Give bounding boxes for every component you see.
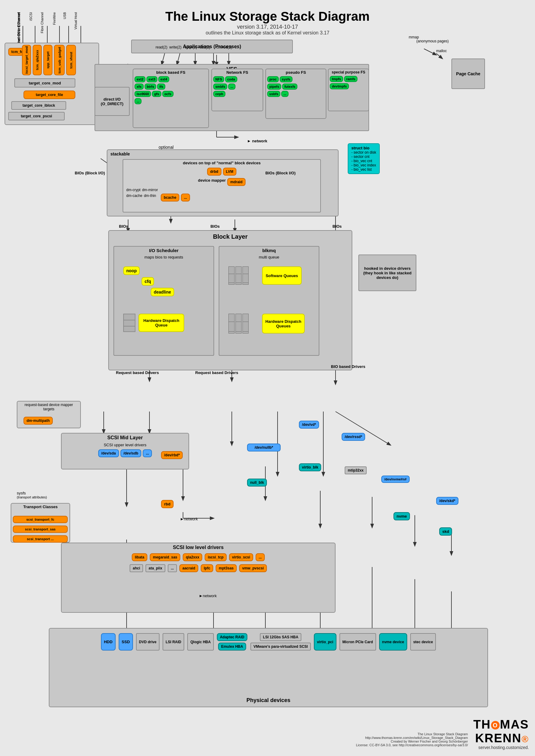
node-lsi-sas-hba: LSI 12Gbs SAS HBA bbox=[260, 633, 301, 641]
label-dm-thin: dm-thin bbox=[144, 194, 156, 202]
queue-icons-hw bbox=[228, 314, 259, 334]
transport-classes-box: Transport Classes scsi_transport_fc scsi… bbox=[11, 503, 70, 543]
label-transport-classes: Transport Classes bbox=[11, 503, 70, 510]
node-proc: proc bbox=[267, 76, 279, 82]
node-aacraid: aacraid bbox=[179, 564, 198, 572]
node-ata-piix: ata_piix bbox=[146, 564, 165, 572]
node-ifs: ifs bbox=[157, 84, 165, 90]
node-devtmpfs: devtmpfs bbox=[330, 83, 349, 89]
node-ahci: ahci bbox=[130, 564, 143, 572]
label-block-layer: Block Layer bbox=[109, 231, 352, 243]
label-dm-targets: request-based device mapper targets bbox=[17, 401, 80, 413]
nfs-row3: ceph bbox=[212, 90, 263, 97]
label-block-fs: block based FS bbox=[133, 69, 208, 76]
node-iscsi-tcp: iscsi_tcp bbox=[205, 553, 226, 561]
node-software-queues: Software Queues bbox=[262, 266, 302, 285]
nfs-row1: NFS coda bbox=[212, 76, 263, 83]
subtitle: version 3.17, 2014-10-17 bbox=[6, 24, 529, 30]
scsi-low-row2: ahci ata_piix ... aacraid lpfc mpt3sas v… bbox=[62, 563, 335, 574]
label-malloc: malloc bbox=[436, 49, 447, 53]
node-hdd: HDD bbox=[101, 633, 116, 651]
node-ramfs: ramfs bbox=[344, 76, 357, 82]
label-physical-devices: Physical devices bbox=[49, 697, 488, 704]
node-lsi-raid: LSI RAID bbox=[162, 633, 184, 651]
label-devices-on-top: devices on top of "normal" block devices bbox=[123, 160, 320, 166]
queue-icon-left bbox=[123, 314, 135, 332]
label-dm-crypt: dm-crypt bbox=[126, 188, 141, 192]
node-usbfs: usbfs bbox=[267, 91, 280, 97]
stackable-box: stackable devices on top of "normal" blo… bbox=[107, 149, 339, 216]
node-emulex-hba: Emulex HBA bbox=[218, 643, 246, 651]
node-deadline: deadline bbox=[151, 288, 174, 296]
pseudo-fs-box: pseudo FS proc sysfs pipefs futexfs usbf… bbox=[266, 68, 326, 119]
io-scheduler-box: I/O Scheduler maps bios to requests noop… bbox=[113, 246, 214, 356]
node-tmpfs: tmpfs bbox=[330, 76, 343, 82]
pseudo-row2: pipefs futexfs bbox=[266, 83, 326, 90]
node-vmw-pvscsi: vmw_pvscsi bbox=[239, 564, 267, 572]
block-based-fs-box: block based FS ext2 ext3 ext4 xfs btrfs … bbox=[133, 68, 209, 128]
label-read2: read(2) bbox=[155, 45, 167, 49]
node-iso9660: iso9660 bbox=[134, 91, 151, 97]
node-sysfs: sysfs bbox=[280, 76, 293, 82]
svg-line-8 bbox=[162, 53, 165, 65]
logo-text: THOMAS bbox=[473, 717, 529, 731]
node-stec-device: stec device bbox=[410, 633, 436, 651]
node-virtio-pci: virtio_pci bbox=[314, 633, 336, 651]
node-dots-dm: ... bbox=[181, 194, 190, 202]
node-dots-pseudo: ... bbox=[281, 91, 288, 97]
node-qla2xxx-scsi: qla2xxx bbox=[183, 553, 202, 561]
node-drbd: drbd bbox=[207, 168, 221, 176]
node-smbfs: smbfs bbox=[213, 84, 227, 90]
node-target-core-file: target_core_file bbox=[23, 91, 75, 99]
node-dev-nvme: /dev/nvme#n# bbox=[381, 475, 409, 483]
node-ssd: SSD bbox=[119, 633, 133, 651]
node-virtio-scsi: virtio_scsi bbox=[229, 553, 253, 561]
title-section: The Linux Storage Stack Diagram version … bbox=[6, 6, 529, 36]
fs-row4: ... bbox=[133, 97, 208, 105]
node-dev-vd: /dev/vd* bbox=[299, 421, 319, 429]
fs-row2: xfs btrfs ifs bbox=[133, 83, 208, 90]
node-dev-rbd: /dev/rbd* bbox=[161, 451, 183, 459]
label-network-rbd: ►network bbox=[180, 517, 198, 521]
label-request-drivers-right: Request based Drivers bbox=[195, 370, 238, 375]
physical-devices-box: HDD SSD DVD drive LSI RAID Qlogic HBA Ad… bbox=[49, 628, 488, 707]
svg-line-9 bbox=[177, 53, 180, 65]
node-coda: coda bbox=[225, 76, 237, 82]
node-dots-scsi: ... bbox=[143, 449, 152, 457]
svg-line-13 bbox=[424, 49, 436, 55]
label-pseudo-fs: pseudo FS bbox=[266, 69, 326, 76]
node-dev-nullb: /dev/nullb* bbox=[247, 444, 281, 451]
node-tcm-usb-gadget: tcm_usb_gadget bbox=[54, 45, 65, 75]
device-mapper-row: device mapper mdraid bbox=[123, 177, 320, 187]
node-noop: noop bbox=[123, 266, 140, 275]
nfs-row2: smbfs ... bbox=[212, 83, 263, 90]
node-scsi-transport-fc: scsi_transport_fc bbox=[13, 516, 68, 523]
page: The Linux Storage Stack Diagram version … bbox=[0, 0, 535, 756]
fs-row1: ext2 ext3 ext4 bbox=[133, 76, 208, 83]
node-scsi-transport-sas: scsi_transport_sas bbox=[13, 526, 68, 533]
svg-line-14 bbox=[436, 53, 442, 59]
node-dots-scsi-low: ... bbox=[256, 553, 265, 561]
node-nvme-device: nvme device bbox=[379, 633, 407, 651]
label-mmap2: (anonymous pages) bbox=[416, 39, 449, 43]
struct-bio-content: - sector on disk - sector cnt - bio_vec … bbox=[352, 150, 376, 172]
label-sysfs: sysfs bbox=[17, 491, 26, 495]
node-nvme: nvme bbox=[393, 512, 410, 520]
node-hooked-device-drivers: hooked in device drivers (they hook in l… bbox=[358, 255, 416, 291]
node-vmware-pvscsi: VMware's para-virtualized SCSI bbox=[250, 643, 311, 651]
label-chmod2: chmod(2) bbox=[216, 45, 232, 49]
node-rbd: rbd bbox=[161, 500, 174, 508]
scsi-low-level-box: SCSI low level drivers libata megaraid_s… bbox=[61, 543, 335, 613]
node-dots-nfs: ... bbox=[228, 84, 235, 90]
label-scsi-mid-layer: SCSI Mid Layer bbox=[62, 433, 188, 442]
node-page-cache: Page Cache bbox=[451, 59, 485, 89]
node-nfs: NFS bbox=[213, 76, 224, 82]
node-target-core-mod: target_core_mod bbox=[14, 78, 75, 88]
node-iscsi-target-mod: iscsi_target_mod bbox=[22, 45, 31, 75]
node-lvm: LVM bbox=[223, 168, 237, 176]
node-dev-skd: /dev/skd* bbox=[436, 497, 459, 505]
dm-sub-row2: dm-cache dm-thin bcache ... bbox=[123, 193, 320, 202]
node-xfs: xfs bbox=[134, 84, 144, 90]
label-fibre-channel-rotated: Fibre Channel bbox=[40, 12, 44, 33]
node-micron-pcie: Micron PCIe Card bbox=[340, 633, 376, 651]
